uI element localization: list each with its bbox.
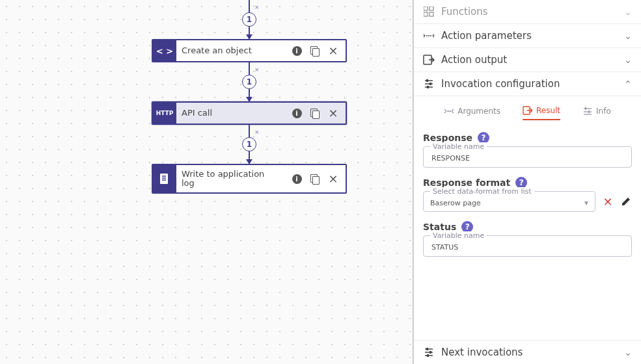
info-tab-icon <box>582 106 592 116</box>
svg-rect-0 <box>160 174 168 184</box>
section-label: Invocation configuration <box>441 78 618 90</box>
svg-rect-6 <box>424 12 428 16</box>
copy-icon[interactable] <box>309 107 321 119</box>
copy-icon[interactable] <box>309 173 321 185</box>
connector[interactable]: × 1 <box>249 0 250 39</box>
node-create-object[interactable]: < > Create an object i × <box>152 39 347 62</box>
response-variable-field[interactable]: Variable name <box>423 146 632 168</box>
connector-close-icon[interactable]: × <box>254 4 260 10</box>
section-label: Action parameters <box>441 30 618 42</box>
svg-point-18 <box>447 110 448 112</box>
side-panel: Functions ⌄ Action parameters ⌄ Action o… <box>413 0 641 364</box>
copy-icon[interactable] <box>309 45 321 57</box>
connector-badge[interactable]: 1 <box>242 75 256 89</box>
sliders-icon <box>423 78 435 90</box>
chevron-down-icon: ▾ <box>584 198 588 207</box>
edit-format-icon[interactable] <box>620 196 632 207</box>
chevron-down-icon: ⌄ <box>624 347 632 358</box>
section-next-invocations[interactable]: Next invocations ⌄ <box>414 340 641 364</box>
group-response: Response ? Variable name <box>423 132 632 168</box>
svg-rect-28 <box>426 348 428 350</box>
http-icon: HTTP <box>153 103 176 124</box>
field-label: Select data-format from list <box>430 187 534 196</box>
connector[interactable]: × 1 <box>249 62 250 101</box>
sliders-icon <box>423 346 435 358</box>
svg-rect-7 <box>430 12 433 16</box>
field-label: Variable name <box>430 142 487 151</box>
svg-point-9 <box>428 35 430 36</box>
code-icon: < > <box>153 40 176 61</box>
svg-rect-17 <box>427 86 429 88</box>
svg-rect-13 <box>426 79 428 82</box>
connector-close-icon[interactable]: × <box>254 129 260 135</box>
info-icon[interactable]: i <box>291 173 303 185</box>
group-title: Response format <box>423 177 510 188</box>
params-icon <box>423 30 435 42</box>
group-response-format: Response format ? Select data-format fro… <box>423 177 632 212</box>
connector-badge[interactable]: 1 <box>242 12 256 27</box>
info-icon[interactable]: i <box>291 107 303 119</box>
connector-close-icon[interactable]: × <box>254 66 260 73</box>
tab-label: Info <box>596 107 611 116</box>
doc-icon <box>153 165 176 192</box>
section-action-output[interactable]: Action output ⌄ <box>414 47 641 72</box>
flow-canvas[interactable]: i × × 1 < > Create an object i × × 1 HTT… <box>0 0 413 364</box>
section-label: Action output <box>441 54 618 66</box>
svg-rect-25 <box>588 110 590 113</box>
chevron-up-icon: ⌄ <box>624 79 632 89</box>
svg-point-10 <box>430 35 431 36</box>
invocation-body: Arguments Result Info Response ? Va <box>414 96 641 340</box>
tabs: Arguments Result Info <box>423 105 632 120</box>
info-icon[interactable]: i <box>291 45 303 57</box>
node-label: Create an object <box>176 40 284 61</box>
svg-rect-4 <box>424 6 428 10</box>
group-title: Status <box>423 222 456 232</box>
section-action-parameters[interactable]: Action parameters ⌄ <box>414 23 641 47</box>
chevron-down-icon: ⌄ <box>624 6 632 17</box>
section-functions[interactable]: Functions ⌄ <box>414 0 641 23</box>
status-variable-field[interactable]: Variable name <box>423 235 632 257</box>
svg-rect-32 <box>427 354 429 357</box>
format-value: Baserow page <box>430 199 584 207</box>
field-label: Variable name <box>430 231 487 240</box>
close-icon[interactable]: × <box>327 107 339 119</box>
chevron-down-icon: ⌄ <box>624 31 632 41</box>
svg-point-19 <box>448 110 450 112</box>
tab-info[interactable]: Info <box>582 105 611 120</box>
arguments-icon <box>444 106 454 116</box>
close-icon[interactable]: × <box>327 45 339 57</box>
flow-column: i × × 1 < > Create an object i × × 1 HTT… <box>152 0 347 194</box>
section-label: Next invocations <box>441 346 618 358</box>
output-icon <box>423 54 435 66</box>
result-icon <box>523 105 532 115</box>
node-write-log[interactable]: Write to application log i × <box>152 164 347 194</box>
svg-rect-15 <box>430 83 431 85</box>
group-status: Status ? Variable name <box>423 221 632 257</box>
chevron-down-icon: ⌄ <box>624 55 632 65</box>
grid-icon <box>423 6 435 18</box>
format-select[interactable]: Select data-format from list Baserow pag… <box>423 191 595 212</box>
tab-arguments[interactable]: Arguments <box>444 105 500 120</box>
node-label: Write to application log <box>176 165 284 192</box>
tab-result[interactable]: Result <box>523 105 560 120</box>
svg-rect-5 <box>430 6 433 10</box>
svg-rect-30 <box>430 351 431 354</box>
svg-point-20 <box>450 110 451 112</box>
tab-label: Result <box>536 106 560 115</box>
status-variable-input[interactable] <box>430 242 625 252</box>
connector[interactable]: × 1 <box>249 125 250 164</box>
connector-badge[interactable]: 1 <box>242 137 256 151</box>
response-variable-input[interactable] <box>430 153 625 163</box>
group-title: Response <box>423 133 472 143</box>
tab-label: Arguments <box>457 107 500 116</box>
node-api-call[interactable]: HTTP API call i × <box>152 101 347 125</box>
section-label: Functions <box>441 6 618 18</box>
clear-format-icon[interactable]: × <box>602 196 614 207</box>
section-invocation-config[interactable]: Invocation configuration ⌄ <box>414 72 641 96</box>
svg-point-8 <box>426 35 428 36</box>
svg-rect-23 <box>585 107 586 110</box>
node-label: API call <box>176 103 284 124</box>
close-icon[interactable]: × <box>327 173 339 185</box>
